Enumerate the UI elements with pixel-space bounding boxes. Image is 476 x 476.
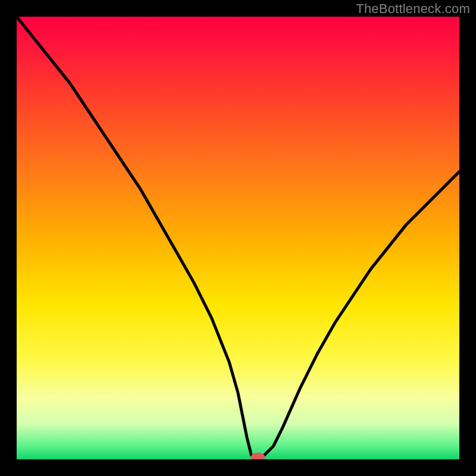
optimal-marker <box>251 453 265 462</box>
bottleneck-chart <box>0 0 476 476</box>
chart-frame: TheBottleneck.com <box>0 0 476 476</box>
watermark-text: TheBottleneck.com <box>356 1 470 17</box>
